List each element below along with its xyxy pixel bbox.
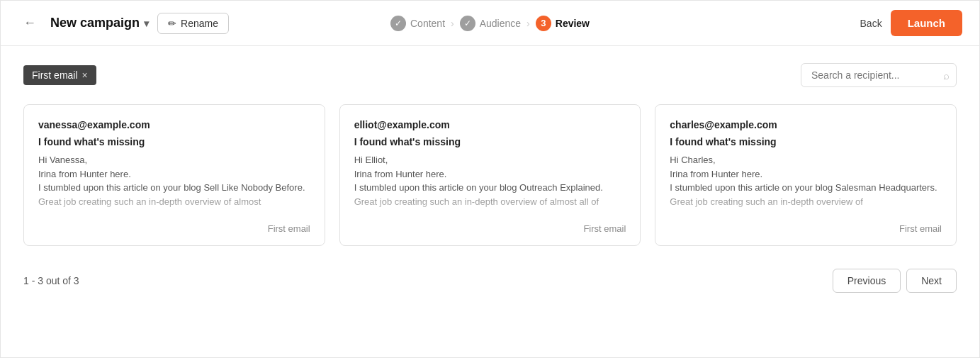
separator-1: › — [451, 18, 454, 29]
step-review-number: 3 — [536, 16, 551, 31]
back-arrow-icon: ← — [23, 16, 36, 30]
next-button[interactable]: Next — [906, 269, 957, 293]
step-audience-check: ✓ — [464, 18, 471, 28]
pagination-info: 1 - 3 out of 3 — [23, 275, 79, 286]
step-audience: ✓ Audience — [460, 16, 521, 31]
search-container: ⌕ — [801, 63, 957, 87]
card-2-fade — [655, 189, 956, 217]
rename-label: Rename — [181, 18, 218, 29]
rename-icon: ✏ — [168, 18, 176, 29]
card-0-email: vanessa@example.com — [38, 119, 310, 130]
filter-tag-remove[interactable]: × — [82, 69, 88, 81]
filter-tag-first-email: First email × — [23, 65, 96, 85]
step-audience-label: Audience — [480, 18, 521, 29]
pagination: 1 - 3 out of 3 Previous Next — [23, 263, 957, 293]
card-2-footer: First email — [899, 223, 942, 234]
campaign-dropdown-icon[interactable]: ▾ — [144, 18, 149, 29]
rename-button[interactable]: ✏ Rename — [157, 13, 229, 34]
card-0-subject: I found what's missing — [38, 136, 310, 147]
back-link-button[interactable]: Back — [860, 18, 882, 29]
header-left: ← New campaign ▾ ✏ Rename — [18, 13, 390, 34]
card-0-footer: First email — [268, 223, 310, 234]
step-audience-icon: ✓ — [460, 16, 475, 31]
email-card-2: charles@example.com I found what's missi… — [655, 104, 957, 246]
card-2-email: charles@example.com — [670, 119, 942, 130]
step-content: ✓ Content — [390, 16, 445, 31]
email-card-1: elliot@example.com I found what's missin… — [339, 104, 641, 246]
card-0-line-1: Irina from Hunter here. — [38, 167, 310, 181]
card-0-fade — [24, 189, 325, 217]
steps-nav: ✓ Content › ✓ Audience › 3 Review — [390, 16, 590, 31]
step-content-check: ✓ — [395, 18, 402, 28]
filter-bar: First email × ⌕ — [23, 63, 957, 87]
filter-tags: First email × — [23, 65, 96, 85]
step-content-label: Content — [410, 18, 445, 29]
filter-tag-label: First email — [32, 69, 78, 81]
separator-2: › — [526, 18, 530, 29]
card-0-line-0: Hi Vanessa, — [38, 153, 310, 167]
card-2-line-0: Hi Charles, — [670, 153, 942, 167]
previous-button[interactable]: Previous — [833, 269, 901, 293]
card-2-subject: I found what's missing — [670, 136, 942, 147]
campaign-title-text: New campaign — [50, 16, 140, 30]
campaign-title: New campaign ▾ — [50, 16, 149, 30]
header: ← New campaign ▾ ✏ Rename ✓ Content › — [1, 1, 979, 46]
pagination-buttons: Previous Next — [833, 269, 957, 293]
card-1-line-1: Irina from Hunter here. — [354, 167, 626, 181]
card-1-footer: First email — [583, 223, 626, 234]
step-review-label: Review — [556, 18, 590, 29]
back-arrow-button[interactable]: ← — [18, 13, 42, 33]
cards-grid: vanessa@example.com I found what's missi… — [23, 104, 957, 246]
card-1-subject: I found what's missing — [354, 136, 626, 147]
launch-button[interactable]: Launch — [891, 10, 962, 36]
main-content: First email × ⌕ vanessa@example.com I fo… — [1, 46, 979, 310]
email-card-0: vanessa@example.com I found what's missi… — [23, 104, 325, 246]
card-1-fade — [340, 189, 641, 217]
step-content-icon: ✓ — [390, 16, 406, 31]
card-2-line-1: Irina from Hunter here. — [670, 167, 942, 181]
header-right: Back Launch — [590, 10, 962, 36]
step-review: 3 Review — [536, 16, 590, 31]
search-input[interactable] — [801, 63, 957, 87]
card-1-email: elliot@example.com — [354, 119, 626, 130]
card-1-line-0: Hi Elliot, — [354, 153, 626, 167]
search-icon: ⌕ — [943, 69, 950, 82]
